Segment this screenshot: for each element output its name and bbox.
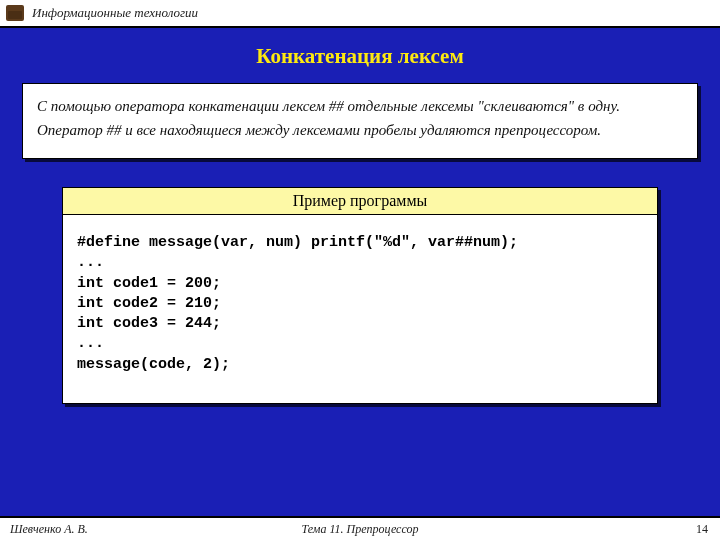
footer-bar: Шевченко А. В. Тема 11. Препроцессор 14 [0,516,720,540]
description-box: С помощью оператора конкатенации лексем … [22,83,698,159]
course-title: Информационные технологии [32,5,198,21]
example-header: Пример программы [62,187,658,215]
example-block: Пример программы #define message(var, nu… [62,187,658,404]
description-text: С помощью оператора конкатенации лексем … [37,98,620,138]
slide: Информационные технологии Конкатенация л… [0,0,720,540]
top-bar: Информационные технологии [0,0,720,28]
logo-icon [6,5,24,21]
footer-topic: Тема 11. Препроцессор [0,522,720,537]
example-code: #define message(var, num) printf("%d", v… [62,215,658,404]
footer-author: Шевченко А. В. [10,522,88,537]
slide-title: Конкатенация лексем [0,44,720,69]
footer-page-number: 14 [696,522,708,537]
